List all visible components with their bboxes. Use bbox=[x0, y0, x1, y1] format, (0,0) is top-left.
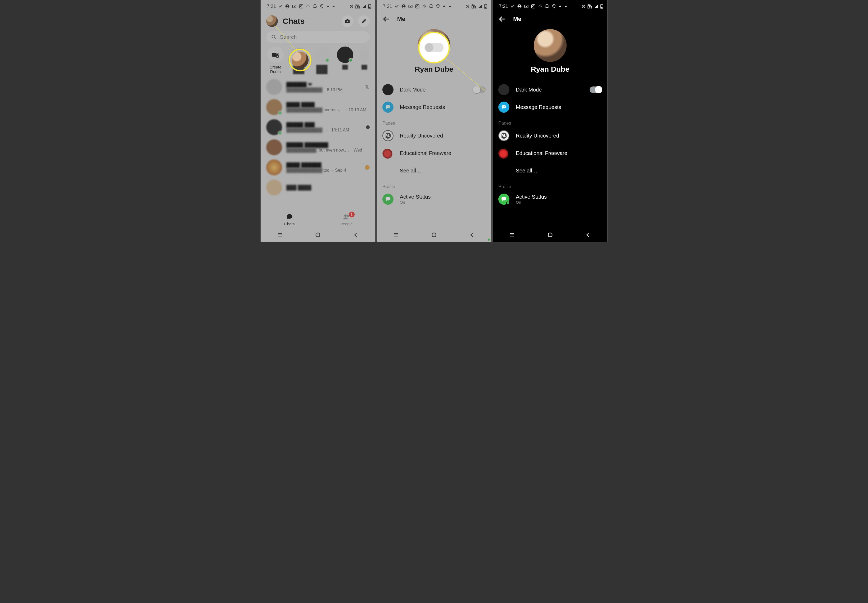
active-status-icon bbox=[382, 193, 394, 205]
4g-icon: 4GLTE bbox=[355, 4, 360, 9]
dark-mode-row[interactable]: Dark Mode bbox=[377, 81, 491, 98]
see-all-pages[interactable]: See all… bbox=[377, 162, 491, 179]
svg-rect-26 bbox=[485, 4, 487, 5]
moon-icon bbox=[382, 84, 394, 95]
mail-icon bbox=[524, 4, 529, 9]
story-item[interactable]: ████ ████ bbox=[313, 46, 331, 74]
home-button[interactable] bbox=[315, 232, 321, 239]
active-status-row[interactable]: Active Status On bbox=[493, 190, 607, 208]
page-reality-uncovered[interactable]: RU Reality Uncovered bbox=[493, 127, 607, 144]
drive-icon bbox=[545, 4, 549, 9]
active-status-icon bbox=[498, 193, 510, 205]
signal-icon bbox=[594, 4, 598, 9]
chat-row[interactable]: █████ ███████ ██████████, but even now,…… bbox=[261, 137, 375, 157]
svg-rect-44 bbox=[548, 233, 552, 237]
page-title: Chats bbox=[283, 17, 337, 26]
profile-avatar-large[interactable] bbox=[534, 29, 567, 62]
chat-row[interactable]: ███ ████ bbox=[261, 178, 375, 198]
dark-mode-row[interactable]: Dark Mode bbox=[493, 81, 607, 98]
section-pages: Pages bbox=[377, 116, 491, 127]
active-status-row[interactable]: Active Status On bbox=[377, 190, 491, 208]
svg-point-4 bbox=[300, 6, 302, 7]
home-button[interactable] bbox=[547, 232, 553, 239]
message-requests-row[interactable]: Message Requests bbox=[377, 98, 491, 116]
signal-icon bbox=[478, 4, 482, 9]
svg-rect-16 bbox=[316, 233, 320, 237]
profile-name: Ryan Dube bbox=[377, 65, 491, 74]
message-requests-row[interactable]: Message Requests bbox=[493, 98, 607, 116]
alarm-icon bbox=[465, 4, 470, 9]
back-button[interactable] bbox=[498, 15, 506, 23]
check-icon bbox=[510, 4, 515, 9]
create-room-button[interactable]: Create Room bbox=[266, 46, 285, 74]
svg-point-35 bbox=[532, 6, 534, 7]
mail-icon bbox=[292, 4, 297, 9]
svg-point-18 bbox=[403, 5, 404, 6]
battery-icon bbox=[600, 4, 603, 9]
svg-point-42 bbox=[504, 106, 504, 107]
svg-point-22 bbox=[437, 5, 438, 6]
recents-button[interactable] bbox=[509, 232, 515, 239]
location-icon bbox=[552, 4, 556, 9]
chat-bubble-icon bbox=[286, 213, 293, 221]
story-item[interactable]: ████ ████ bbox=[290, 46, 308, 74]
chat-row[interactable]: █████ ███ ████████████ it · 10:11 AM bbox=[261, 117, 375, 137]
chat-row[interactable]: ██████ ❤ ████████████· 6:10 PM bbox=[261, 77, 375, 97]
dark-mode-toggle[interactable] bbox=[473, 87, 485, 93]
check-icon bbox=[278, 4, 283, 9]
drive-icon bbox=[429, 4, 434, 9]
dark-mode-toggle[interactable] bbox=[590, 87, 602, 93]
home-button[interactable] bbox=[431, 232, 437, 239]
drive-icon bbox=[313, 4, 317, 9]
more-dot-icon bbox=[565, 6, 567, 7]
profile-name: Ryan Dube bbox=[493, 65, 607, 74]
unread-dot bbox=[365, 165, 370, 170]
moon-icon bbox=[498, 84, 510, 95]
story-item[interactable]: ██ bbox=[336, 46, 354, 70]
svg-point-21 bbox=[417, 6, 418, 7]
section-pages: Pages bbox=[493, 116, 607, 127]
page-educational-freeware[interactable]: Educational Freeware bbox=[493, 144, 607, 162]
check-icon bbox=[394, 4, 399, 9]
stories-row: Create Room ████ ████ ████ ████ ██ ██ bbox=[261, 46, 375, 77]
back-button[interactable] bbox=[469, 232, 475, 239]
page-reality-uncovered[interactable]: RU Reality Uncovered bbox=[377, 127, 491, 144]
back-button[interactable] bbox=[353, 232, 359, 239]
battery-icon bbox=[484, 4, 487, 9]
svg-rect-40 bbox=[601, 4, 602, 5]
page-educational-freeware[interactable]: Educational Freeware bbox=[377, 144, 491, 162]
svg-point-32 bbox=[519, 5, 520, 6]
back-button[interactable] bbox=[382, 15, 390, 23]
recents-button[interactable] bbox=[277, 232, 283, 239]
svg-point-14 bbox=[344, 214, 347, 216]
recents-button[interactable] bbox=[393, 232, 399, 239]
tab-chats[interactable]: Chats bbox=[261, 210, 318, 229]
status-bar: 7:21 4GLTE bbox=[377, 0, 491, 13]
back-button[interactable] bbox=[585, 232, 591, 239]
camera-button[interactable] bbox=[342, 15, 353, 27]
svg-point-10 bbox=[346, 21, 348, 22]
chat-row[interactable]: ████ ██████ ████████████ too! ·Sep 4 bbox=[261, 157, 375, 178]
ru-icon: RU bbox=[498, 130, 510, 141]
svg-point-43 bbox=[504, 106, 505, 107]
chat-row[interactable]: ████ ████ ████████████ address,… ·10:13 … bbox=[261, 97, 375, 117]
apple-icon bbox=[382, 148, 394, 159]
camera-status-icon bbox=[415, 4, 420, 9]
tab-people[interactable]: People 1 bbox=[318, 210, 375, 229]
compose-button[interactable] bbox=[358, 15, 370, 27]
chat-dots-icon bbox=[382, 102, 394, 113]
story-item[interactable]: ██ bbox=[359, 46, 370, 70]
see-all-pages[interactable]: See all… bbox=[493, 162, 607, 179]
system-nav bbox=[493, 229, 607, 242]
search-input[interactable]: Search bbox=[266, 31, 370, 43]
search-icon bbox=[271, 34, 277, 40]
svg-rect-25 bbox=[485, 7, 487, 8]
svg-point-27 bbox=[387, 106, 387, 107]
battery-icon bbox=[368, 4, 371, 9]
profile-avatar[interactable] bbox=[266, 15, 278, 27]
svg-point-1 bbox=[287, 5, 288, 6]
4g-icon: 4GLTE bbox=[471, 4, 476, 9]
svg-rect-12 bbox=[272, 53, 276, 57]
antenna-icon bbox=[538, 4, 542, 9]
svg-point-5 bbox=[321, 5, 322, 6]
